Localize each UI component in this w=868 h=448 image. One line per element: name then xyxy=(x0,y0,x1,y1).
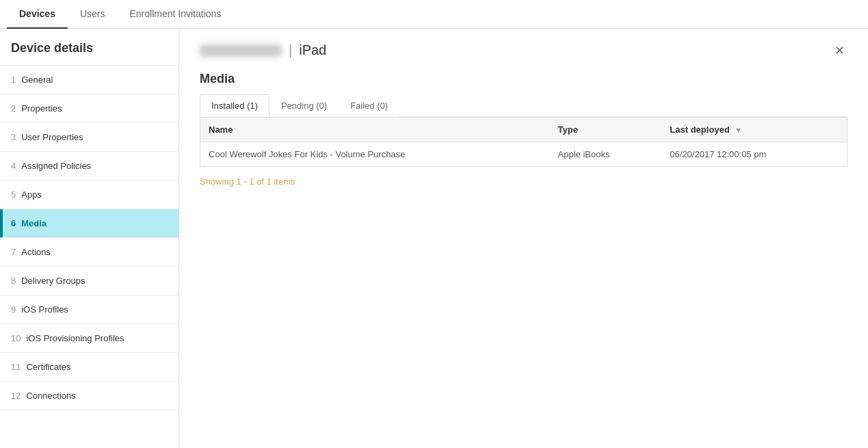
sidebar-item-label: Assigned Policies xyxy=(21,161,91,171)
media-table: Name Type Last deployed ▼ Cool Werewolf … xyxy=(200,117,847,167)
col-header-name: Name xyxy=(200,118,550,142)
col-header-type: Type xyxy=(550,118,662,142)
sidebar-item-certificates[interactable]: 11 Certificates xyxy=(0,353,179,382)
device-name-blurred xyxy=(200,44,282,57)
sidebar-item-label: iOS Provisioning Profiles xyxy=(26,333,124,343)
sidebar-item-ios-provisioning[interactable]: 10 iOS Provisioning Profiles xyxy=(0,324,179,353)
showing-of: of xyxy=(254,176,267,187)
sidebar-item-label: Properties xyxy=(21,103,62,114)
sidebar-item-connections[interactable]: 12 Connections xyxy=(0,382,179,410)
sidebar-item-actions[interactable]: 7 Actions xyxy=(0,238,179,267)
showing-text: Showing 1 - 1 of 1 items xyxy=(200,176,847,187)
sidebar-item-num: 12 xyxy=(11,391,21,401)
sidebar-item-label: Apps xyxy=(21,189,42,200)
table-row: Cool Werewolf Jokes For Kids - Volume Pu… xyxy=(200,142,847,167)
sidebar-item-label: Delivery Groups xyxy=(21,276,85,286)
sidebar-item-label: iOS Profiles xyxy=(21,304,68,315)
tab-enrollment[interactable]: Enrollment Invitations xyxy=(118,0,234,29)
sidebar-item-num: 7 xyxy=(11,247,16,257)
cell-name: Cool Werewolf Jokes For Kids - Volume Pu… xyxy=(200,142,550,167)
sidebar-item-num: 10 xyxy=(11,333,21,343)
showing-range: 1 - 1 xyxy=(236,176,254,187)
sidebar-item-general[interactable]: 1 General xyxy=(0,66,179,94)
sidebar-item-num: 4 xyxy=(11,161,16,171)
sidebar-item-num: 5 xyxy=(11,189,16,200)
sidebar-item-num: 2 xyxy=(11,103,16,114)
main-layout: Device details 1 General 2 Properties 3 … xyxy=(0,29,868,448)
tab-pending[interactable]: Pending (0) xyxy=(269,94,339,117)
device-type: iPad xyxy=(299,42,326,58)
sidebar-item-label: Media xyxy=(21,218,47,228)
top-navigation: Devices Users Enrollment Invitations xyxy=(0,0,868,29)
sidebar-item-num: 3 xyxy=(11,132,16,142)
sidebar-item-label: Certificates xyxy=(26,362,70,372)
sidebar-item-user-properties[interactable]: 3 User Properties xyxy=(0,123,179,152)
tab-installed[interactable]: Installed (1) xyxy=(200,94,269,117)
sidebar-item-num: 9 xyxy=(11,304,16,315)
device-title: | iPad xyxy=(200,42,326,58)
sidebar-item-apps[interactable]: 5 Apps xyxy=(0,181,179,209)
sidebar-item-num: 6 xyxy=(11,218,16,228)
sidebar-item-assigned-policies[interactable]: 4 Assigned Policies xyxy=(0,152,179,181)
sidebar: Device details 1 General 2 Properties 3 … xyxy=(0,29,179,448)
content-area: | iPad ✕ Media Installed (1) Pending (0)… xyxy=(179,29,868,448)
sidebar-item-label: General xyxy=(21,75,53,85)
sidebar-item-ios-profiles[interactable]: 9 iOS Profiles xyxy=(0,295,179,324)
sidebar-item-num: 11 xyxy=(11,362,21,372)
sidebar-item-num: 8 xyxy=(11,276,16,286)
device-header: | iPad ✕ xyxy=(200,42,847,58)
cell-type: Apple iBooks xyxy=(550,142,662,167)
col-header-last-deployed: Last deployed ▼ xyxy=(661,118,847,142)
sidebar-item-media[interactable]: 6 Media xyxy=(0,209,179,238)
tab-failed[interactable]: Failed (0) xyxy=(339,94,399,117)
sidebar-item-label: Connections xyxy=(26,391,75,401)
table-header-row: Name Type Last deployed ▼ xyxy=(200,118,847,142)
showing-count: 1 xyxy=(267,176,272,187)
device-separator: | xyxy=(289,42,292,58)
showing-items: items xyxy=(272,176,295,187)
cell-last-deployed: 06/20/2017 12:00:05 pm xyxy=(661,142,847,167)
sidebar-item-properties[interactable]: 2 Properties xyxy=(0,94,179,123)
tab-devices[interactable]: Devices xyxy=(7,0,68,29)
section-title: Media xyxy=(200,72,847,86)
showing-label: Showing xyxy=(200,176,236,187)
media-tabs: Installed (1) Pending (0) Failed (0) xyxy=(200,94,847,117)
sort-icon[interactable]: ▼ xyxy=(735,126,742,134)
sidebar-item-label: User Properties xyxy=(21,132,83,142)
sidebar-item-label: Actions xyxy=(21,247,51,257)
close-button[interactable]: ✕ xyxy=(832,44,847,57)
sidebar-item-num: 1 xyxy=(11,75,16,85)
sidebar-item-delivery-groups[interactable]: 8 Delivery Groups xyxy=(0,267,179,295)
sidebar-title: Device details xyxy=(0,29,179,66)
tab-users[interactable]: Users xyxy=(68,0,118,29)
